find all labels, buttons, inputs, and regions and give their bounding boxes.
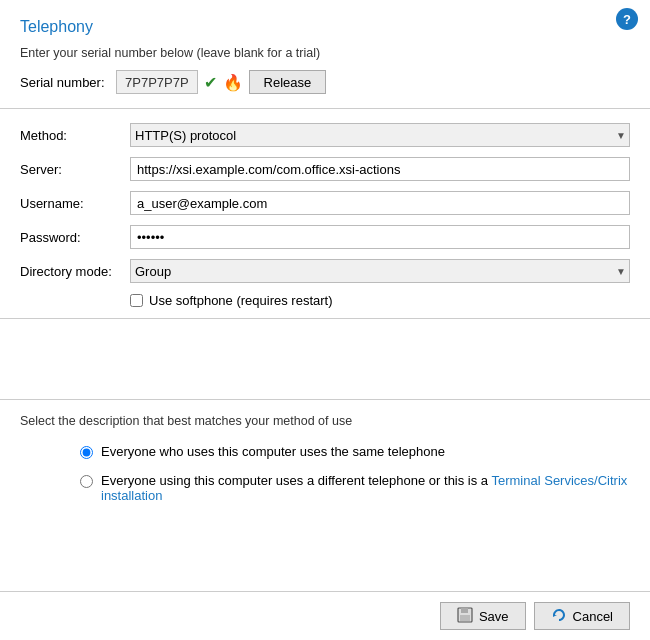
radio-label-2: Everyone using this computer uses a diff… bbox=[101, 473, 630, 503]
cancel-icon bbox=[551, 607, 567, 626]
radio-option-1: Everyone who uses this computer uses the… bbox=[80, 444, 630, 459]
password-row: Password: bbox=[20, 225, 630, 249]
serial-row: Serial number: 7P7P7P7P ✔ 🔥 Release bbox=[20, 70, 630, 94]
radio-different-telephone[interactable] bbox=[80, 475, 93, 488]
server-input[interactable] bbox=[130, 157, 630, 181]
help-icon[interactable]: ? bbox=[616, 8, 638, 30]
directory-mode-select-wrapper: Group Enterprise ▼ bbox=[130, 259, 630, 283]
description-section: Select the description that best matches… bbox=[0, 399, 650, 531]
radio-same-telephone[interactable] bbox=[80, 446, 93, 459]
username-input[interactable] bbox=[130, 191, 630, 215]
method-select-wrapper: HTTP(S) protocol SIP protocol ▼ bbox=[130, 123, 630, 147]
save-label: Save bbox=[479, 609, 509, 624]
serial-value: 7P7P7P7P bbox=[116, 70, 198, 94]
page-title: Telephony bbox=[0, 0, 650, 46]
svg-rect-1 bbox=[461, 608, 468, 613]
save-button[interactable]: Save bbox=[440, 602, 526, 630]
password-input[interactable] bbox=[130, 225, 630, 249]
username-label: Username: bbox=[20, 196, 130, 211]
method-row: Method: HTTP(S) protocol SIP protocol ▼ bbox=[20, 123, 630, 147]
softphone-label: Use softphone (requires restart) bbox=[149, 293, 333, 308]
description-hint: Select the description that best matches… bbox=[20, 414, 630, 428]
middle-space bbox=[0, 319, 650, 399]
username-row: Username: bbox=[20, 191, 630, 215]
cancel-button[interactable]: Cancel bbox=[534, 602, 630, 630]
svg-rect-2 bbox=[460, 615, 470, 621]
page-container: ? Telephony Enter your serial number bel… bbox=[0, 0, 650, 640]
directory-mode-select[interactable]: Group Enterprise bbox=[130, 259, 630, 283]
radio-label-1: Everyone who uses this computer uses the… bbox=[101, 444, 445, 459]
radio-option-2: Everyone using this computer uses a diff… bbox=[80, 473, 630, 503]
flame-icon: 🔥 bbox=[223, 73, 243, 92]
cancel-label: Cancel bbox=[573, 609, 613, 624]
softphone-row: Use softphone (requires restart) bbox=[130, 293, 630, 308]
form-section: Method: HTTP(S) protocol SIP protocol ▼ … bbox=[0, 109, 650, 319]
softphone-checkbox[interactable] bbox=[130, 294, 143, 307]
save-icon bbox=[457, 607, 473, 626]
directory-mode-label: Directory mode: bbox=[20, 264, 130, 279]
serial-hint: Enter your serial number below (leave bl… bbox=[20, 46, 630, 60]
footer: Save Cancel bbox=[0, 591, 650, 640]
method-select[interactable]: HTTP(S) protocol SIP protocol bbox=[130, 123, 630, 147]
check-icon: ✔ bbox=[204, 73, 217, 92]
release-button[interactable]: Release bbox=[249, 70, 327, 94]
method-label: Method: bbox=[20, 128, 130, 143]
serial-section: Enter your serial number below (leave bl… bbox=[0, 46, 650, 109]
server-row: Server: bbox=[20, 157, 630, 181]
password-label: Password: bbox=[20, 230, 130, 245]
server-label: Server: bbox=[20, 162, 130, 177]
serial-label: Serial number: bbox=[20, 75, 110, 90]
directory-mode-row: Directory mode: Group Enterprise ▼ bbox=[20, 259, 630, 283]
radio-label-2-text1: Everyone using this computer uses a diff… bbox=[101, 473, 491, 488]
